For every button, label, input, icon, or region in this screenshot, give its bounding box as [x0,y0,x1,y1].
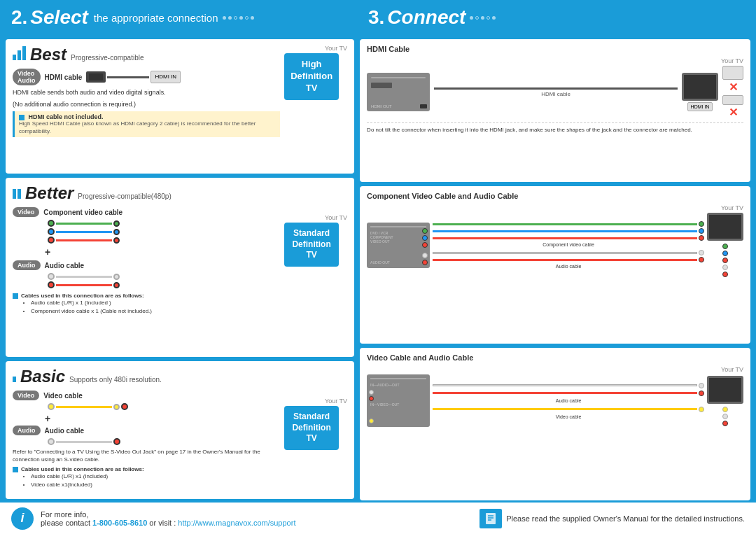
hdmi-x2: ✕ [722,107,743,118]
info-icon: i [11,507,34,530]
basic-video-cable: Video cable [43,392,82,400]
better-note2: Component video cable x 1 (Cable not inc… [31,307,152,316]
basic-notes: Cables used in this connection are as fo… [13,466,280,489]
footer-right: Please read the supplied Owner's Manual … [479,509,745,528]
component-wires: Component video cable Audio cable [433,221,704,269]
footer-manual-text: Please read the supplied Owner's Manual … [506,514,745,523]
video-right-card: Video Cable and Audio Cable Your TV IN—A… [360,348,750,500]
better-card: Better Progressive-compatible(480p) Vide… [6,178,354,357]
best-header: Best Progressive-compatible [13,45,280,64]
best-bars-icon [13,45,26,60]
footer-mid: or visit : [149,519,178,527]
better-note1: Audio cable (L/R) x 1 (Included ) [31,299,152,307]
basic-compat-label: Supports only 480i resolution. [69,376,162,384]
hdmi-in-label: HDMI IN [687,102,713,111]
audio-label: Audio cable [433,264,704,269]
video-diagram: IN—AUDIO—OUT IN—VIDEO—OUT [367,374,743,427]
basic-tv-box: Standard Definition TV [284,406,339,450]
better-notes: Cables used in this connection are as fo… [13,293,280,316]
hdmi-diagram: HDMI OUT HDMI cable HDMI IN ✕ [367,66,743,118]
best-warning-box: HDMI cable not included. High Speed HDMI… [13,111,280,137]
best-desc2: (No additional audio connection is requi… [13,100,280,109]
best-your-tv: Your TV [284,45,347,52]
hdmi-your-tv: Your TV [367,57,743,64]
right-column: HDMI Cable Your TV HDMI OUT HDMI cable [360,39,750,528]
component-tv-section [707,213,743,277]
better-video-row: Video Component video cable [13,207,280,217]
basic-notes-title: Cables used in this connection are as fo… [21,466,144,472]
component-right-card: Component Video Cable and Audio Cable Yo… [360,186,750,344]
better-your-tv: Your TV [284,214,347,221]
basic-video-row: Video Video cable [13,391,280,400]
section2-word: Select [30,6,88,29]
hdmi-wire-section: HDMI cable [434,87,678,97]
hdmi-tv-section: HDMI IN [682,73,718,111]
footer-pre: please contact [41,519,92,527]
manual-section: Please read the supplied Owner's Manual … [479,509,745,528]
section3-word: Connect [387,6,465,29]
footer-contact-info: For more info, please contact 1-800-605-… [41,510,295,527]
section2-subtitle: the appropriate connection [94,12,218,24]
header-bar: 2. Select the appropriate connection 3. … [0,0,756,35]
hdmi-cable-illustration: HDMI IN [86,71,280,83]
video-card-title: Video Cable and Audio Cable [367,353,743,362]
basic-plus: + [45,413,280,424]
basic-bars-icon [13,367,16,382]
better-video-cable: Component video cable [43,209,122,216]
better-notes-list: Audio cable (L/R) x 1 (Included ) Compon… [21,299,152,316]
better-header: Better Progressive-compatible(480p) [13,183,347,203]
basic-tv-section: Your TV Standard Definition TV [284,398,347,450]
main-layout: Best Progressive-compatible VideoAudio H… [0,35,756,532]
basic-video-wire [48,403,280,410]
better-quality-label: Better [25,183,74,203]
section3-header: 3. Connect [368,6,745,29]
basic-note2: Video cable x1(Included) [31,481,144,489]
footer-line2: please contact 1-800-605-8610 or visit :… [41,519,295,527]
better-tv-box: Standard Definition TV [284,223,339,267]
section3-deco-dots [470,16,496,20]
better-audio-row: Audio Audio cable [13,260,280,270]
component-your-tv: Your TV [367,204,743,211]
basic-card: Basic Supports only 480i resolution. Vid… [6,361,354,499]
footer-line1: For more info, [41,510,295,519]
basic-header: Basic Supports only 480i resolution. [13,367,347,386]
better-compat-label: Progressive-compatible(480p) [78,192,171,200]
better-audio-badge: Audio [13,260,41,270]
better-plus: + [45,246,280,258]
video-tv-section [707,376,743,426]
video-source: IN—AUDIO—OUT IN—VIDEO—OUT [367,374,430,427]
best-compat-label: Progressive-compatible [71,54,144,62]
footer-phone: 1-800-605-8610 [92,519,147,527]
best-warning-text: High Speed HDMI Cable (also known as HDM… [19,120,276,135]
manual-icon [479,509,502,528]
section2-header: 2. Select the appropriate connection [11,6,368,29]
video-audio-label: Audio cable [433,398,704,403]
basic-quality-label: Basic [20,367,65,386]
basic-video-badge: Video [13,391,39,400]
better-notes-title: Cables used in this connection are as fo… [21,293,152,299]
hdmi-source-device: HDMI OUT [367,73,430,111]
video-video-label: Video cable [433,414,704,419]
hdmi-warning-text: Do not tilt the connector when inserting… [367,122,743,134]
basic-audio-badge: Audio [13,426,41,435]
better-cables-section: Video Component video cable [13,207,280,316]
best-tv-box: High Definition TV [284,53,339,100]
better-bars-icon [13,183,21,199]
hdmi-in-port: HDMI IN [150,71,181,83]
basic-desc: Refer to "Connecting to a TV Using the S… [13,448,280,463]
component-diagram: DVD / VCRCOMPONENTVIDEO OUT AUDIO OUT [367,213,743,277]
best-tv-section: Your TV High Definition TV [284,45,347,100]
audio-wires-illus [48,273,280,288]
basic-cables-section: Video Video cable + [13,391,280,489]
svg-rect-0 [486,513,496,524]
hdmi-right-card: HDMI Cable Your TV HDMI OUT HDMI cable [360,39,750,182]
best-badge-va: VideoAudio [13,69,41,85]
footer-url: http://www.magnavox.com/support [178,519,295,527]
best-cable-name: HDMI cable [45,73,83,81]
section3-number: 3. [368,6,384,29]
basic-audio-wire [48,438,280,445]
basic-your-tv: Your TV [284,398,347,405]
basic-notes-list: Audio cable (L/R) x1 (Included) Video ca… [21,472,144,489]
basic-note1: Audio cable (L/R) x1 (Included) [31,472,144,481]
footer-left: i For more info, please contact 1-800-60… [11,507,479,530]
